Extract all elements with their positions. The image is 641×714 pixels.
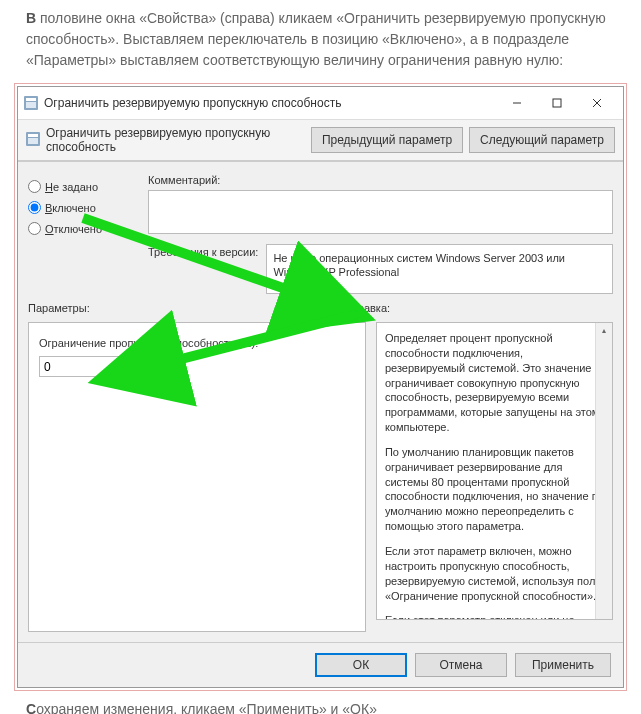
- bandwidth-limit-input[interactable]: [39, 356, 149, 377]
- subheader: Ограничить резервируемую пропускную спос…: [18, 120, 623, 161]
- help-panel: Определяет процент пропускной способност…: [376, 322, 613, 620]
- apply-button[interactable]: Применить: [515, 653, 611, 677]
- radio-disabled[interactable]: Отключено: [28, 222, 148, 235]
- intro-bold: В: [26, 10, 36, 26]
- outro-text: охраняем изменения, кликаем «Применить» …: [36, 701, 377, 714]
- app-icon: [24, 96, 38, 110]
- svg-rect-3: [26, 98, 36, 101]
- next-setting-button[interactable]: Следующий параметр: [469, 127, 615, 153]
- svg-rect-4: [26, 102, 36, 108]
- ok-button[interactable]: ОК: [315, 653, 407, 677]
- spinner-down-icon[interactable]: ▼: [149, 367, 163, 377]
- close-button[interactable]: [577, 91, 617, 115]
- radio-not-configured-input[interactable]: [28, 180, 41, 193]
- radio-enabled-input[interactable]: [28, 201, 41, 214]
- svg-rect-11: [28, 138, 38, 144]
- svg-rect-10: [28, 134, 38, 137]
- help-header: Справка:: [344, 302, 390, 314]
- scroll-up-icon[interactable]: ▴: [596, 323, 612, 339]
- policy-icon: [26, 132, 40, 149]
- window: Ограничить резервируемую пропускную спос…: [17, 86, 624, 688]
- requirements-label: Требования к версии:: [148, 244, 258, 294]
- state-radio-group: Не задано Включено Отключено: [28, 174, 148, 294]
- radio-not-configured-label: Не задано: [45, 181, 98, 193]
- bandwidth-limit-label: Ограничение пропускной способности (%):: [39, 337, 355, 349]
- titlebar[interactable]: Ограничить резервируемую пропускную спос…: [18, 87, 623, 120]
- help-paragraph: Если этот параметр включен, можно настро…: [385, 544, 604, 603]
- help-paragraph: По умолчанию планировщик пакетов огранич…: [385, 445, 604, 534]
- comment-field[interactable]: [148, 190, 613, 234]
- button-bar: ОК Отмена Применить: [18, 642, 623, 687]
- outro-bold: С: [26, 701, 36, 714]
- previous-setting-button[interactable]: Предыдущий параметр: [311, 127, 463, 153]
- outro-paragraph: Сохраняем изменения, кликаем «Применить»…: [0, 691, 641, 714]
- radio-disabled-label: Отключено: [45, 223, 102, 235]
- radio-not-configured[interactable]: Не задано: [28, 180, 148, 193]
- screenshot-frame: Ограничить резервируемую пропускную спос…: [14, 83, 627, 691]
- minimize-button[interactable]: [497, 91, 537, 115]
- requirements-field: Не ниже операционных систем Windows Serv…: [266, 244, 613, 294]
- help-paragraph: Определяет процент пропускной способност…: [385, 331, 604, 435]
- window-title: Ограничить резервируемую пропускную спос…: [44, 96, 497, 110]
- spinner-up-icon[interactable]: ▲: [149, 356, 163, 367]
- radio-enabled[interactable]: Включено: [28, 201, 148, 214]
- radio-enabled-label: Включено: [45, 202, 96, 214]
- scrollbar[interactable]: ▴: [595, 323, 612, 619]
- intro-paragraph: В половине окна «Свойства» (справа) клик…: [0, 0, 641, 83]
- svg-rect-6: [553, 99, 561, 107]
- subheader-title: Ограничить резервируемую пропускную спос…: [46, 126, 305, 154]
- cancel-button[interactable]: Отмена: [415, 653, 507, 677]
- parameters-panel: Ограничение пропускной способности (%): …: [28, 322, 366, 632]
- radio-disabled-input[interactable]: [28, 222, 41, 235]
- upper-body: Не задано Включено Отключено Комментарий…: [18, 162, 623, 298]
- intro-text: половине окна «Свойства» (справа) кликае…: [26, 10, 606, 68]
- parameters-header: Параметры:: [28, 302, 344, 314]
- maximize-button[interactable]: [537, 91, 577, 115]
- help-paragraph: Если этот параметр отключен или не задан…: [385, 613, 604, 620]
- comment-label: Комментарий:: [148, 174, 613, 186]
- bandwidth-limit-spinner[interactable]: ▲ ▼: [39, 355, 355, 378]
